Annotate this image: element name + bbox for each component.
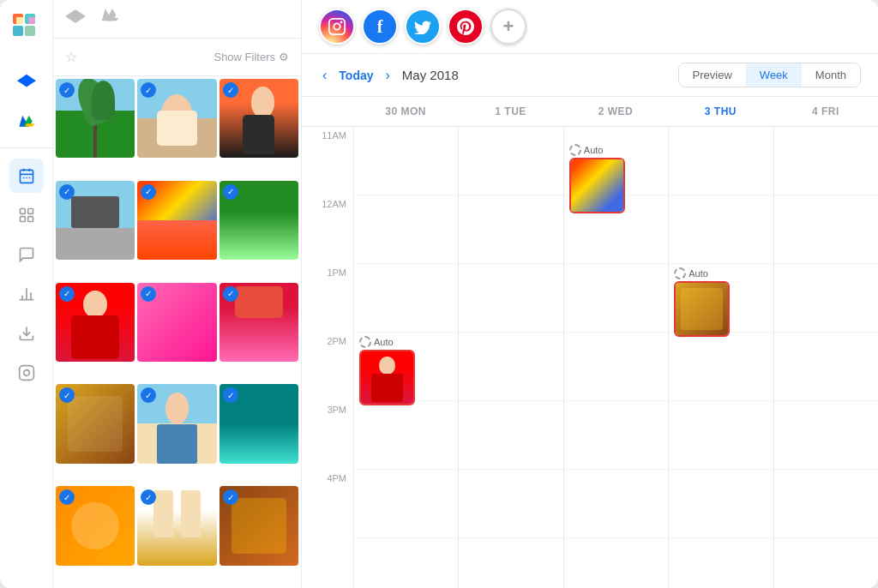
drive-panel-icon[interactable] bbox=[99, 7, 120, 31]
cell-mon-2pm[interactable]: Auto bbox=[354, 333, 458, 401]
tab-week[interactable]: Week bbox=[746, 63, 802, 87]
media-thumb-2[interactable]: ✓ bbox=[137, 79, 216, 158]
media-thumb-10[interactable]: ✓ bbox=[56, 384, 135, 463]
auto-dot-mon bbox=[359, 336, 371, 348]
cell-tue-1pm[interactable] bbox=[459, 264, 562, 333]
add-account-avatar[interactable]: + bbox=[490, 9, 526, 45]
media-thumb-11[interactable]: ✓ bbox=[137, 384, 216, 463]
svg-rect-15 bbox=[20, 217, 25, 222]
media-thumb-8[interactable]: ✓ bbox=[137, 283, 216, 362]
facebook-avatar[interactable]: f bbox=[362, 9, 398, 45]
nav-item-calendar[interactable] bbox=[9, 159, 44, 193]
cell-tue-11am[interactable] bbox=[459, 127, 562, 195]
thumb-check-7: ✓ bbox=[59, 286, 75, 302]
filter-icon: ⚙ bbox=[279, 51, 289, 63]
thumb-check-1: ✓ bbox=[59, 82, 75, 98]
prev-button[interactable]: ‹ bbox=[319, 66, 330, 85]
cell-fri-1pm[interactable] bbox=[774, 264, 878, 333]
media-thumb-4[interactable]: ✓ bbox=[56, 181, 135, 260]
tab-month[interactable]: Month bbox=[802, 63, 860, 87]
star-icon[interactable]: ☆ bbox=[65, 49, 77, 65]
auto-label-thu: Auto bbox=[674, 267, 767, 279]
dropbox-icon[interactable] bbox=[9, 65, 44, 99]
nav-item-download[interactable] bbox=[9, 316, 44, 351]
media-thumb-9[interactable]: ✓ bbox=[220, 283, 298, 362]
social-avatars-row: f + bbox=[302, 0, 878, 54]
cell-thu-4pm[interactable] bbox=[669, 470, 773, 538]
cell-tue-3pm[interactable] bbox=[459, 401, 562, 470]
media-thumb-12[interactable]: ✓ bbox=[220, 384, 298, 463]
dropbox-panel-icon[interactable] bbox=[65, 8, 86, 30]
cell-fri-11am[interactable] bbox=[774, 127, 878, 195]
cell-thu-11am[interactable] bbox=[669, 127, 773, 195]
media-thumb-7[interactable]: ✓ bbox=[56, 283, 135, 362]
pinterest-avatar[interactable] bbox=[448, 9, 484, 45]
thumb-check-9: ✓ bbox=[223, 286, 238, 302]
show-filters-button[interactable]: Show Filters ⚙ bbox=[213, 51, 289, 63]
day-col-thu: Auto bbox=[668, 127, 773, 588]
cell-fri-2pm[interactable] bbox=[774, 333, 878, 401]
media-thumb-15[interactable]: ✓ bbox=[220, 486, 298, 565]
thumb-check-12: ✓ bbox=[223, 387, 238, 403]
thumb-check-4: ✓ bbox=[59, 184, 75, 200]
cell-mon-11am[interactable] bbox=[354, 127, 458, 195]
cell-thu-3pm[interactable] bbox=[669, 401, 773, 470]
event-thumb-mon[interactable] bbox=[359, 350, 415, 405]
instagram-avatar[interactable] bbox=[319, 9, 355, 45]
cell-mon-4pm[interactable] bbox=[354, 470, 458, 538]
media-thumb-14[interactable]: ✓ bbox=[137, 486, 216, 565]
cell-thu-2pm[interactable] bbox=[669, 333, 773, 401]
nav-item-images[interactable] bbox=[9, 198, 44, 232]
media-thumb-3[interactable]: ✓ bbox=[220, 79, 298, 158]
nav-item-instagram[interactable] bbox=[9, 356, 44, 390]
cell-mon-3pm[interactable] bbox=[354, 401, 458, 470]
cell-mon-1pm[interactable] bbox=[354, 264, 458, 333]
cell-tue-4pm[interactable] bbox=[459, 470, 562, 538]
cell-wed-11am[interactable]: Auto bbox=[564, 127, 668, 195]
auto-dot-thu bbox=[674, 267, 686, 279]
google-drive-icon[interactable] bbox=[9, 106, 44, 141]
event-wed-11am[interactable]: Auto bbox=[569, 144, 663, 213]
nav-item-analytics[interactable] bbox=[9, 277, 44, 311]
svg-rect-2 bbox=[13, 26, 23, 36]
calendar-section: f + bbox=[302, 0, 878, 588]
time-4pm: 4PM bbox=[302, 470, 353, 538]
tab-preview[interactable]: Preview bbox=[679, 63, 746, 87]
day-col-wed: Auto bbox=[563, 127, 668, 588]
cell-wed-1pm[interactable] bbox=[564, 264, 668, 333]
media-grid: ✓ ✓ ✓ ✓ bbox=[53, 76, 301, 588]
event-thu-1pm[interactable]: Auto bbox=[674, 267, 767, 337]
nav-item-chat[interactable] bbox=[9, 237, 44, 272]
twitter-avatar[interactable] bbox=[405, 9, 441, 45]
svg-rect-5 bbox=[28, 17, 35, 24]
cell-thu-12am[interactable] bbox=[669, 195, 773, 264]
auto-label-mon: Auto bbox=[359, 336, 453, 348]
cell-tue-12am[interactable] bbox=[459, 195, 562, 264]
svg-point-25 bbox=[334, 23, 340, 29]
event-mon-2pm[interactable]: Auto bbox=[359, 336, 453, 405]
media-thumb-6[interactable]: ✓ bbox=[220, 181, 298, 260]
media-thumb-5[interactable]: ✓ bbox=[137, 181, 216, 260]
media-thumb-13[interactable]: ✓ bbox=[56, 486, 135, 565]
auto-dot-wed bbox=[569, 144, 581, 156]
cell-wed-2pm[interactable] bbox=[564, 333, 668, 401]
cell-fri-3pm[interactable] bbox=[774, 401, 878, 470]
svg-rect-11 bbox=[26, 177, 27, 179]
next-button[interactable]: › bbox=[382, 66, 394, 85]
cell-mon-12am[interactable] bbox=[354, 195, 458, 264]
day-header-mon: 30 MON bbox=[353, 97, 458, 126]
event-thumb-thu[interactable] bbox=[674, 281, 730, 337]
day-headers: 30 MON 1 TUE 2 WED 3 THU 4 FRI bbox=[302, 97, 878, 127]
cell-wed-3pm[interactable] bbox=[564, 401, 668, 470]
cell-fri-4pm[interactable] bbox=[774, 470, 878, 538]
app-logo[interactable] bbox=[9, 10, 44, 45]
media-thumb-1[interactable]: ✓ bbox=[56, 79, 135, 158]
event-thumb-wed[interactable] bbox=[569, 158, 625, 213]
cell-thu-1pm[interactable]: Auto bbox=[669, 264, 773, 333]
cell-fri-12am[interactable] bbox=[774, 195, 878, 264]
social-avatars: f + bbox=[319, 9, 861, 45]
cell-tue-2pm[interactable] bbox=[459, 333, 562, 401]
cell-wed-4pm[interactable] bbox=[564, 470, 668, 538]
svg-point-26 bbox=[340, 21, 343, 24]
today-button[interactable]: Today bbox=[339, 69, 373, 82]
